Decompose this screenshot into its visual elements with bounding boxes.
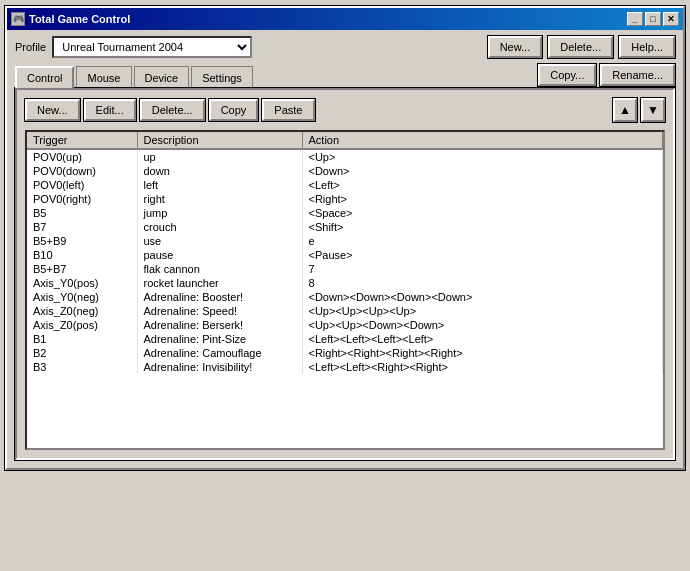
window-icon: 🎮 [11, 12, 25, 26]
move-up-button[interactable]: ▲ [613, 98, 637, 122]
toolbar-row: New... Edit... Delete... Copy Paste ▲ ▼ [25, 98, 665, 122]
table-row[interactable]: B5+B7flak cannon7 [27, 262, 663, 276]
cell-trigger: Axis_Y0(neg) [27, 290, 137, 304]
cell-trigger: Axis_Z0(pos) [27, 318, 137, 332]
profile-action-buttons: Copy... Rename... [538, 64, 675, 88]
bindings-table-container[interactable]: Trigger Description Action POV0(up)up<Up… [25, 130, 665, 450]
cell-description: crouch [137, 220, 302, 234]
cell-description: use [137, 234, 302, 248]
top-help-button[interactable]: Help... [619, 36, 675, 58]
window-body: Profile Unreal Tournament 2004 New... De… [7, 30, 683, 468]
cell-description: Adrenaline: Booster! [137, 290, 302, 304]
rename-button[interactable]: Rename... [600, 64, 675, 86]
cell-description: Adrenaline: Berserk! [137, 318, 302, 332]
cell-trigger: Axis_Z0(neg) [27, 304, 137, 318]
table-row[interactable]: B5jump<Space> [27, 206, 663, 220]
cell-description: Adrenaline: Pint-Size [137, 332, 302, 346]
cell-action: <Space> [302, 206, 663, 220]
cell-description: right [137, 192, 302, 206]
cell-description: jump [137, 206, 302, 220]
delete-button[interactable]: Delete... [140, 99, 205, 121]
paste-button[interactable]: Paste [262, 99, 314, 121]
close-button[interactable]: ✕ [663, 12, 679, 26]
cell-description: up [137, 149, 302, 164]
top-delete-button[interactable]: Delete... [548, 36, 613, 58]
table-row[interactable]: B2Adrenaline: Camouflage<Right><Right><R… [27, 346, 663, 360]
table-body: POV0(up)up<Up>POV0(down)down<Down>POV0(l… [27, 149, 663, 374]
cell-trigger: B10 [27, 248, 137, 262]
cell-action: <Pause> [302, 248, 663, 262]
cell-trigger: B5+B7 [27, 262, 137, 276]
cell-action: e [302, 234, 663, 248]
cell-trigger: POV0(left) [27, 178, 137, 192]
table-row[interactable]: POV0(down)down<Down> [27, 164, 663, 178]
down-arrow-icon: ▼ [647, 103, 659, 117]
cell-trigger: POV0(down) [27, 164, 137, 178]
profile-label: Profile [15, 41, 46, 53]
cell-action: <Up><Up><Up><Up> [302, 304, 663, 318]
cell-description: flak cannon [137, 262, 302, 276]
cell-action: <Right><Right><Right><Right> [302, 346, 663, 360]
header-action: Action [302, 132, 663, 149]
top-new-button[interactable]: New... [488, 36, 543, 58]
tabs-area: Control Mouse Device Settings Copy... Re… [15, 64, 675, 88]
cell-description: Adrenaline: Speed! [137, 304, 302, 318]
table-row[interactable]: Axis_Z0(neg)Adrenaline: Speed!<Up><Up><U… [27, 304, 663, 318]
cell-trigger: Axis_Y0(pos) [27, 276, 137, 290]
table-row[interactable]: POV0(right)right<Right> [27, 192, 663, 206]
cell-trigger: POV0(right) [27, 192, 137, 206]
cell-trigger: B2 [27, 346, 137, 360]
cell-description: pause [137, 248, 302, 262]
table-row[interactable]: Axis_Y0(neg)Adrenaline: Booster!<Down><D… [27, 290, 663, 304]
cell-description: Adrenaline: Invisibility! [137, 360, 302, 374]
table-row[interactable]: B7crouch<Shift> [27, 220, 663, 234]
copy-button[interactable]: Copy... [538, 64, 596, 86]
cell-action: <Left> [302, 178, 663, 192]
table-row[interactable]: B1Adrenaline: Pint-Size<Left><Left><Left… [27, 332, 663, 346]
cell-trigger: B3 [27, 360, 137, 374]
table-row[interactable]: B3Adrenaline: Invisibility!<Left><Left><… [27, 360, 663, 374]
cell-action: <Down> [302, 164, 663, 178]
main-window: 🎮 Total Game Control _ □ ✕ Profile Unrea… [5, 6, 685, 470]
tab-list: Control Mouse Device Settings [15, 66, 253, 88]
table-row[interactable]: B5+B9usee [27, 234, 663, 248]
table-row[interactable]: Axis_Z0(pos)Adrenaline: Berserk!<Up><Up>… [27, 318, 663, 332]
cell-action: <Up> [302, 149, 663, 164]
maximize-button[interactable]: □ [645, 12, 661, 26]
cell-action: <Right> [302, 192, 663, 206]
cell-action: <Down><Down><Down><Down> [302, 290, 663, 304]
title-bar-left: 🎮 Total Game Control [11, 12, 130, 26]
tab-settings[interactable]: Settings [191, 66, 253, 88]
title-buttons: _ □ ✕ [627, 12, 679, 26]
header-description: Description [137, 132, 302, 149]
table-row[interactable]: Axis_Y0(pos)rocket launcher8 [27, 276, 663, 290]
edit-button[interactable]: Edit... [84, 99, 136, 121]
profile-select[interactable]: Unreal Tournament 2004 [52, 36, 252, 58]
cell-trigger: B7 [27, 220, 137, 234]
table-row[interactable]: POV0(up)up<Up> [27, 149, 663, 164]
tab-control[interactable]: Control [15, 66, 74, 88]
window-title: Total Game Control [29, 13, 130, 25]
tab-device[interactable]: Device [134, 66, 190, 88]
cell-action: <Left><Left><Right><Right> [302, 360, 663, 374]
tab-mouse[interactable]: Mouse [76, 66, 131, 88]
up-arrow-icon: ▲ [619, 103, 631, 117]
cell-description: rocket launcher [137, 276, 302, 290]
move-down-button[interactable]: ▼ [641, 98, 665, 122]
cell-description: Adrenaline: Camouflage [137, 346, 302, 360]
cell-trigger: B1 [27, 332, 137, 346]
minimize-button[interactable]: _ [627, 12, 643, 26]
new-binding-button[interactable]: New... [25, 99, 80, 121]
table-row[interactable]: POV0(left)left<Left> [27, 178, 663, 192]
profile-select-wrapper: Unreal Tournament 2004 [52, 36, 252, 58]
table-header: Trigger Description Action [27, 132, 663, 149]
profile-row: Profile Unreal Tournament 2004 New... De… [15, 36, 675, 58]
cell-action: 8 [302, 276, 663, 290]
cell-trigger: POV0(up) [27, 149, 137, 164]
copy-binding-button[interactable]: Copy [209, 99, 259, 121]
bindings-table: Trigger Description Action POV0(up)up<Up… [27, 132, 663, 374]
cell-description: left [137, 178, 302, 192]
tab-content: New... Edit... Delete... Copy Paste ▲ ▼ [15, 88, 675, 460]
table-row[interactable]: B10pause<Pause> [27, 248, 663, 262]
title-bar: 🎮 Total Game Control _ □ ✕ [7, 8, 683, 30]
